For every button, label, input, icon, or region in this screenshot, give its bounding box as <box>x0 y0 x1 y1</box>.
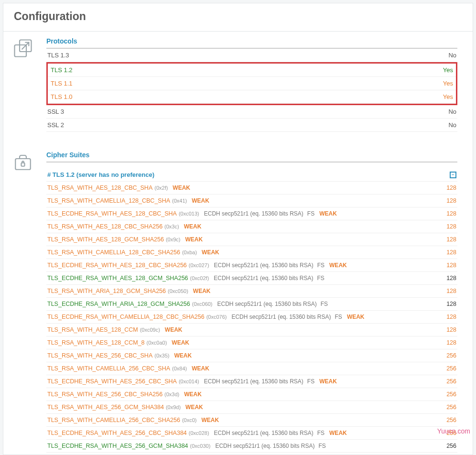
cipher-hex: (0xc09c) <box>140 327 160 333</box>
cipher-row: TLS_ECDHE_RSA_WITH_AES_256_CBC_SHA(0xc01… <box>46 375 457 388</box>
protocol-row: SSL 2No <box>46 119 457 132</box>
cipher-weak-label: WEAK <box>172 339 189 346</box>
cipher-row: TLS_ECDHE_RSA_WITH_AES_256_GCM_SHA384(0x… <box>46 440 457 453</box>
cipher-name[interactable]: TLS_RSA_WITH_CAMELLIA_256_CBC_SHA <box>47 365 170 372</box>
protocol-name: SSL 2 <box>47 121 64 129</box>
cipher-row: TLS_ECDHE_RSA_WITH_AES_128_CBC_SHA256(0x… <box>46 259 457 272</box>
panel-header: Configuration <box>3 3 473 32</box>
protocol-value: No <box>448 52 456 59</box>
cipher-name[interactable]: TLS_RSA_WITH_AES_256_GCM_SHA384 <box>47 404 164 411</box>
cipher-hex: (0xc0a0) <box>147 340 167 346</box>
cipher-bits: 128 <box>446 184 456 191</box>
cipher-name[interactable]: TLS_RSA_WITH_AES_128_CCM <box>47 326 138 333</box>
cipher-curve: ECDH secp521r1 (eq. 15360 bits RSA) <box>204 210 303 217</box>
cipher-bits: 256 <box>446 404 456 411</box>
cipher-row: TLS_RSA_WITH_CAMELLIA_256_CBC_SHA(0x84)W… <box>46 362 457 375</box>
cipher-name[interactable]: TLS_ECDHE_RSA_WITH_AES_128_CBC_SHA <box>47 210 177 217</box>
cipher-row: TLS_ECDHE_RSA_WITH_AES_128_CBC_SHA(0xc01… <box>46 207 457 220</box>
cipher-weak-label: WEAK <box>329 430 347 436</box>
cipher-name[interactable]: TLS_RSA_WITH_AES_128_CBC_SHA256 <box>47 223 162 230</box>
cipher-bits: 128 <box>446 288 456 294</box>
configuration-panel: Configuration Protocols TLS 1.3NoTLS 1.2… <box>3 3 473 455</box>
cipher-hex: (0xc027) <box>189 262 209 268</box>
cipher-curve: ECDH secp521r1 (eq. 15360 bits RSA) <box>214 275 313 282</box>
cipher-name[interactable]: TLS_ECDHE_RSA_WITH_AES_128_GCM_SHA256 <box>47 275 188 282</box>
cipher-hex: (0xc028) <box>189 430 209 436</box>
protocol-value: Yes <box>443 80 453 87</box>
cipher-weak-label: WEAK <box>192 197 209 204</box>
cipher-name[interactable]: TLS_ECDHE_RSA_WITH_CAMELLIA_128_CBC_SHA2… <box>47 314 205 320</box>
cipher-name[interactable]: TLS_ECDHE_RSA_WITH_AES_256_GCM_SHA384 <box>47 443 188 449</box>
cipher-bits: 128 <box>446 249 456 256</box>
cipher-bits: 256 <box>446 391 456 398</box>
cipher-weak-label: WEAK <box>202 249 219 256</box>
cipher-hex: (0xc050) <box>168 288 188 294</box>
svg-rect-3 <box>22 163 25 166</box>
cipher-bits: 128 <box>446 339 456 346</box>
protocol-name: TLS 1.2 <box>51 66 73 74</box>
cipher-name[interactable]: TLS_ECDHE_RSA_WITH_AES_256_CBC_SHA <box>47 378 177 385</box>
protocols-section: Protocols TLS 1.3NoTLS 1.2YesTLS 1.1YesT… <box>3 32 473 132</box>
cipher-bits: 256 <box>446 365 456 372</box>
cipher-row: TLS_ECDHE_RSA_WITH_AES_128_GCM_SHA256(0x… <box>46 272 457 285</box>
cipher-row: TLS_ECDHE_RSA_WITH_ARIA_128_GCM_SHA256(0… <box>46 298 457 311</box>
cipher-fs: FS <box>317 262 325 269</box>
cipher-bits: 128 <box>446 236 456 243</box>
cipher-weak-label: WEAK <box>184 391 202 398</box>
cipher-list: TLS_RSA_WITH_AES_128_CBC_SHA(0x2f)WEAK12… <box>46 182 457 453</box>
cipher-name[interactable]: TLS_RSA_WITH_CAMELLIA_128_CBC_SHA <box>47 197 170 204</box>
cipher-name[interactable]: TLS_RSA_WITH_AES_128_CBC_SHA <box>47 184 152 191</box>
cipher-fs: FS <box>318 443 325 449</box>
cipher-row: TLS_ECDHE_RSA_WITH_CAMELLIA_128_CBC_SHA2… <box>46 311 457 324</box>
protocol-value: Yes <box>443 66 453 74</box>
cipher-name[interactable]: TLS_RSA_WITH_AES_128_CCM_8 <box>47 339 145 346</box>
cipher-row: TLS_RSA_WITH_AES_128_CBC_SHA(0x2f)WEAK12… <box>46 182 457 195</box>
cipher-hex: (0xc0) <box>182 417 197 423</box>
cipher-hex: (0xc02f) <box>190 275 209 281</box>
cipher-hex: (0xc060) <box>192 301 213 307</box>
cipher-bits: 128 <box>446 210 456 217</box>
cipher-hex: (0x84) <box>172 366 187 371</box>
cipher-fs: FS <box>317 430 325 436</box>
cipher-hex: (0xc030) <box>190 443 211 449</box>
cipher-curve: ECDH secp521r1 (eq. 15360 bits RSA) <box>231 314 331 320</box>
cipher-name[interactable]: TLS_RSA_WITH_CAMELLIA_256_CBC_SHA256 <box>47 417 180 423</box>
cipher-weak-label: WEAK <box>319 210 337 217</box>
cipher-hex: (0x3c) <box>164 224 179 229</box>
cipher-fs: FS <box>335 314 342 320</box>
cipher-name[interactable]: TLS_RSA_WITH_CAMELLIA_128_CBC_SHA256 <box>47 249 180 256</box>
cipher-hex: (0x3d) <box>164 391 179 397</box>
cipher-row: TLS_RSA_WITH_AES_128_CBC_SHA256(0x3c)WEA… <box>46 220 457 233</box>
cipher-weak-label: WEAK <box>185 404 203 411</box>
cipher-hex: (0x9d) <box>166 404 181 410</box>
cipher-weak-label: WEAK <box>347 314 365 320</box>
cipher-hex: (0x9c) <box>166 237 181 242</box>
cipher-bits: 128 <box>446 326 456 333</box>
cipher-curve: ECDH secp521r1 (eq. 15360 bits RSA) <box>214 262 314 269</box>
cipher-row: TLS_RSA_WITH_CAMELLIA_128_CBC_SHA256(0xb… <box>46 246 457 259</box>
cipher-weak-label: WEAK <box>185 236 203 243</box>
protocol-name: TLS 1.1 <box>51 80 73 87</box>
cipher-body: Cipher Suites # TLS 1.2 (server has no p… <box>46 151 463 455</box>
page-title: Configuration <box>14 10 462 23</box>
cipher-name[interactable]: TLS_ECDHE_RSA_WITH_AES_256_CBC_SHA384 <box>47 430 187 436</box>
cipher-name[interactable]: TLS_RSA_WITH_AES_256_CBC_SHA256 <box>47 391 162 398</box>
cipher-row: TLS_RSA_WITH_AES_128_CCM(0xc09c)WEAK128 <box>46 324 457 336</box>
cipher-weak-label: WEAK <box>173 184 190 191</box>
cipher-name[interactable]: TLS_ECDHE_RSA_WITH_AES_128_CBC_SHA256 <box>47 262 187 269</box>
cipher-row: TLS_RSA_WITH_CAMELLIA_128_CBC_SHA(0x41)W… <box>46 195 457 207</box>
cipher-group-label: # TLS 1.2 (server has no preference) <box>47 171 154 178</box>
cipher-name[interactable]: TLS_RSA_WITH_AES_128_GCM_SHA256 <box>47 236 164 243</box>
cipher-suites-title: Cipher Suites <box>46 151 457 162</box>
cipher-row: TLS_RSA_WITH_ARIA_128_GCM_SHA256(0xc050)… <box>46 285 457 298</box>
expand-icon <box>13 38 33 58</box>
cipher-name[interactable]: TLS_ECDHE_RSA_WITH_ARIA_128_GCM_SHA256 <box>47 301 190 307</box>
cipher-name[interactable]: TLS_RSA_WITH_AES_256_CBC_SHA <box>47 352 152 359</box>
cipher-weak-label: WEAK <box>165 326 183 333</box>
cipher-name[interactable]: TLS_RSA_WITH_ARIA_128_GCM_SHA256 <box>47 288 166 294</box>
cipher-bits: 128 <box>446 301 456 307</box>
protocol-value: No <box>448 108 456 115</box>
collapse-toggle[interactable]: − <box>450 172 456 178</box>
protocol-row: TLS 1.1Yes <box>48 77 456 90</box>
cipher-curve: ECDH secp521r1 (eq. 15360 bits RSA) <box>204 378 303 385</box>
